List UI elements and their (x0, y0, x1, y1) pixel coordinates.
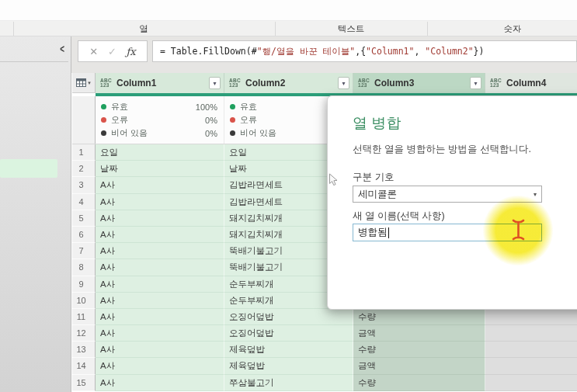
column-header-column4[interactable]: ABC123 Column4 (485, 73, 577, 93)
ribbon-group-separator (13, 22, 14, 36)
fx-icon[interactable]: ƒx (126, 46, 135, 57)
row-number-cell[interactable]: 1 (72, 144, 96, 161)
new-column-name-label: 새 열 이름(선택 사항) (353, 210, 445, 223)
row-number-cell[interactable]: 12 (72, 325, 96, 342)
merge-columns-dialog: 열 병합 선택한 열을 병합하는 방법을 선택합니다. 구분 기호 세미콜론 ▾… (327, 95, 577, 310)
table-header-row: ▾ ABC123 Column1 ▾ ABC123 Column2 ▾ ABC1… (72, 73, 577, 93)
row-number-cell[interactable]: 2 (72, 161, 96, 177)
cell-column1[interactable]: 날짜 (96, 161, 224, 177)
formula-text: = Table.FillDown(#"행/열을 바꾼 테이블",{"Column… (160, 46, 484, 57)
row-number-cell[interactable]: 11 (72, 309, 96, 325)
cell-column1[interactable]: A사 (96, 325, 224, 342)
cell-column2[interactable]: 제육덮밥 (224, 358, 353, 374)
cell-column4[interactable] (485, 325, 577, 342)
select-all-corner-button[interactable]: ▾ (72, 73, 96, 93)
select-caret-icon: ▾ (534, 191, 537, 198)
profile-label: 비어 있음 (111, 127, 205, 139)
table-row: 11A사오징어덮밥수량 (72, 309, 577, 325)
column-datatype-icon[interactable]: ABC123 (358, 78, 370, 88)
new-column-name-value: 병합됨 (358, 226, 388, 239)
column-header-column1[interactable]: ABC123 Column1 ▾ (96, 73, 224, 93)
profile-label: 유효 (111, 101, 196, 113)
cell-column1[interactable]: A사 (96, 358, 224, 374)
column-datatype-icon[interactable]: ABC123 (490, 78, 502, 88)
separator-selected-value: 세미콜론 (358, 188, 534, 201)
profile-line: 오류0% (101, 113, 217, 127)
cell-column2[interactable]: 쭈삼불고기 (224, 375, 353, 391)
quality-dot-icon (101, 117, 106, 123)
column-datatype-icon[interactable]: ABC123 (100, 78, 112, 88)
table-row: 14A사제육덮밥금액 (72, 358, 577, 374)
cell-column2[interactable]: 오징어덮밥 (224, 325, 353, 342)
collapse-pane-chevron-icon[interactable]: < (60, 43, 64, 55)
cell-column3[interactable]: 금액 (353, 325, 485, 342)
cell-column3[interactable]: 금액 (353, 358, 485, 374)
cell-column1[interactable]: 요일 (96, 144, 224, 161)
cell-column2[interactable]: 오징어덮밥 (224, 309, 353, 325)
formula-input[interactable]: = Table.FillDown(#"행/열을 바꾼 테이블",{"Column… (152, 40, 577, 62)
row-number-cell[interactable]: 14 (72, 358, 96, 374)
column1-quality-cell: 유효100%오류0%비어 있음0% (96, 96, 224, 144)
row-number-cell[interactable]: 9 (72, 276, 96, 293)
text-caret (388, 227, 390, 238)
cell-column1[interactable]: A사 (96, 243, 224, 259)
row-number-cell[interactable]: 8 (72, 259, 96, 276)
separator-label: 구분 기호 (353, 171, 394, 184)
row-number-cell[interactable]: 6 (72, 227, 96, 243)
cell-column4[interactable] (485, 309, 577, 325)
formula-part: "Column2" (425, 46, 473, 57)
cell-column1[interactable]: A사 (96, 276, 224, 293)
cell-column4[interactable] (485, 358, 577, 374)
cell-column1[interactable]: A사 (96, 375, 224, 391)
separator-select[interactable]: 세미콜론 ▾ (353, 186, 542, 203)
column-datatype-icon[interactable]: ABC123 (229, 78, 241, 88)
formula-part: ,{ (355, 46, 366, 57)
profile-line: 유효100% (101, 100, 217, 113)
quality-dot-icon (101, 104, 106, 109)
ribbon-group-strip: 열 텍스트 숫자 (0, 21, 577, 36)
ribbon-group-number: 숫자 (504, 23, 522, 35)
queries-pane-collapsed: < (0, 36, 71, 392)
cell-column1[interactable]: A사 (96, 210, 224, 227)
column2-filter-button[interactable]: ▾ (338, 77, 349, 89)
row-number-cell[interactable]: 10 (72, 293, 96, 309)
table-row: 12A사오징어덮밥금액 (72, 325, 577, 342)
cell-column1[interactable]: A사 (96, 293, 224, 309)
row-number-cell[interactable]: 7 (72, 243, 96, 259)
cell-column1[interactable]: A사 (96, 194, 224, 210)
cell-column1[interactable]: A사 (96, 309, 224, 325)
cell-column4[interactable] (485, 375, 577, 391)
quality-dot-icon (101, 130, 106, 136)
power-query-editor-window: 열 텍스트 숫자 < ✕ ✓ ƒx = Table.FillDown(#"행/열… (0, 0, 577, 392)
cell-column2[interactable]: 제육덮밥 (224, 342, 353, 358)
row-number-cell[interactable]: 15 (72, 375, 96, 391)
row-number-cell[interactable]: 4 (72, 194, 96, 210)
pane-divider (0, 61, 68, 62)
accept-formula-icon[interactable]: ✓ (108, 46, 116, 57)
cell-column3[interactable]: 수량 (353, 309, 485, 325)
column1-filter-button[interactable]: ▾ (209, 77, 221, 89)
column-header-column2[interactable]: ABC123 Column2 ▾ (224, 73, 353, 93)
mouse-arrow-cursor-icon (328, 173, 339, 187)
profile-percentage: 0% (205, 129, 217, 138)
gutter-cell (72, 96, 96, 144)
cell-column1[interactable]: A사 (96, 227, 224, 243)
formula-part: }) (474, 46, 485, 57)
profile-line: 비어 있음0% (101, 127, 217, 140)
cell-column3[interactable]: 수량 (353, 375, 485, 391)
formula-part: , (414, 46, 425, 57)
cell-column4[interactable] (485, 342, 577, 358)
quality-dot-icon (230, 117, 235, 123)
cell-column1[interactable]: A사 (96, 342, 224, 358)
cell-column3[interactable]: 수량 (353, 342, 485, 358)
quality-dot-icon (230, 130, 235, 136)
quality-dot-icon (230, 104, 235, 109)
column3-filter-button[interactable]: ▾ (470, 77, 481, 89)
row-number-cell[interactable]: 5 (72, 210, 96, 227)
row-number-cell[interactable]: 13 (72, 342, 96, 358)
row-number-cell[interactable]: 3 (72, 177, 96, 193)
column-header-column3[interactable]: ABC123 Column3 ▾ (353, 73, 485, 93)
cell-column1[interactable]: A사 (96, 259, 224, 276)
cancel-formula-icon[interactable]: ✕ (89, 46, 98, 57)
cell-column1[interactable]: A사 (96, 177, 224, 193)
